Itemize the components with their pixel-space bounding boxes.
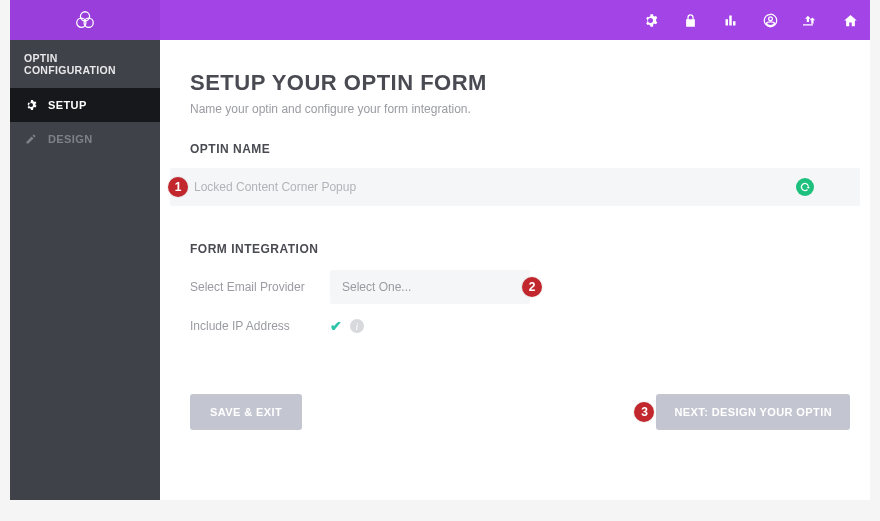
topbar <box>10 0 870 40</box>
user-icon[interactable] <box>750 0 790 40</box>
page-subtitle: Name your optin and configure your form … <box>190 102 830 116</box>
sidebar-item-setup[interactable]: SETUP <box>10 88 160 122</box>
callout-1: 1 <box>168 177 188 197</box>
sidebar: OPTIN CONFIGURATION SETUP DESIGN <box>10 40 160 500</box>
section-form-integration: FORM INTEGRATION <box>190 242 830 256</box>
provider-placeholder: Select One... <box>342 280 411 294</box>
info-icon[interactable]: i <box>350 319 364 333</box>
upload-icon[interactable] <box>790 0 830 40</box>
optin-name-input[interactable] <box>170 168 860 206</box>
sidebar-item-label: SETUP <box>48 99 87 111</box>
callout-2: 2 <box>522 277 542 297</box>
sidebar-item-design[interactable]: DESIGN <box>10 122 160 156</box>
provider-label: Select Email Provider <box>190 280 330 294</box>
grammarly-icon[interactable] <box>796 178 814 196</box>
callout-3: 3 <box>634 402 654 422</box>
main-content: SETUP YOUR OPTIN FORM Name your optin an… <box>160 40 870 500</box>
pencil-icon <box>24 132 38 146</box>
next-design-button[interactable]: NEXT: DESIGN YOUR OPTIN <box>656 394 850 430</box>
brand-logo[interactable] <box>10 0 160 40</box>
save-exit-button[interactable]: SAVE & EXIT <box>190 394 302 430</box>
page-title: SETUP YOUR OPTIN FORM <box>190 70 830 96</box>
brand-logo-icon <box>74 9 96 31</box>
gear-icon[interactable] <box>630 0 670 40</box>
include-ip-label: Include IP Address <box>190 319 330 333</box>
home-icon[interactable] <box>830 0 870 40</box>
provider-select[interactable]: Select One... <box>330 270 530 304</box>
lock-icon[interactable] <box>670 0 710 40</box>
include-ip-checkbox[interactable]: ✔ <box>330 318 342 334</box>
stats-icon[interactable] <box>710 0 750 40</box>
gear-icon <box>24 98 38 112</box>
topbar-actions <box>630 0 870 40</box>
sidebar-title: OPTIN CONFIGURATION <box>10 40 160 88</box>
sidebar-item-label: DESIGN <box>48 133 93 145</box>
section-optin-name: OPTIN NAME <box>190 142 830 156</box>
